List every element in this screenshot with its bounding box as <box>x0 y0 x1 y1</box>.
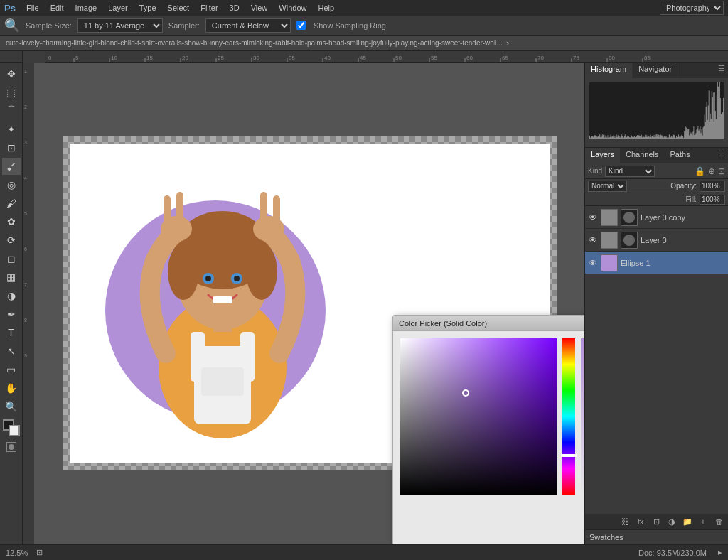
tool-magic-wand[interactable]: ✦ <box>2 121 21 138</box>
gradient-dark-overlay <box>400 338 557 495</box>
tool-hand[interactable]: ✋ <box>2 379 21 397</box>
layer-visibility-layer0[interactable]: 👁 <box>588 235 598 245</box>
new-layer-button[interactable]: + <box>697 515 710 528</box>
blend-mode-select[interactable]: Normal <box>588 181 627 192</box>
color-gradient-picker[interactable] <box>400 338 557 495</box>
tool-lasso[interactable]: ⌒ <box>2 102 21 119</box>
sample-size-label: Sample Size: <box>26 21 72 30</box>
layers-panel-tabs: Layers Channels Paths ☰ <box>585 148 728 163</box>
svg-point-54 <box>168 243 199 300</box>
layer-style-button[interactable]: fx <box>634 515 647 528</box>
layer-item-layer0copy[interactable]: 👁 Layer 0 copy <box>585 206 728 229</box>
show-sampling-ring-checkbox[interactable] <box>296 21 306 30</box>
histogram-panel-menu[interactable]: ☰ <box>715 63 728 78</box>
fill-input[interactable] <box>700 195 725 205</box>
tab-histogram[interactable]: Histogram <box>585 63 633 78</box>
tool-move[interactable]: ✥ <box>2 65 21 82</box>
tool-marquee[interactable]: ⬚ <box>2 84 21 101</box>
menu-window[interactable]: Window <box>274 2 311 14</box>
tool-spot-heal[interactable]: ◎ <box>2 176 21 193</box>
svg-text:25: 25 <box>218 55 224 61</box>
opacity-label: Opacity: <box>670 182 697 190</box>
layer-visibility-layer0copy[interactable]: 👁 <box>588 212 598 222</box>
background-color[interactable] <box>9 425 20 436</box>
workspace-selector[interactable]: Photography <box>660 1 724 15</box>
tool-dodge[interactable]: ◑ <box>2 287 21 304</box>
filename-text: cute-lovely-charming-little-girl-blond-c… <box>6 39 503 47</box>
menu-3d[interactable]: 3D <box>225 2 245 14</box>
layer-thumb-layer0-mask <box>601 232 618 249</box>
girl-illustration <box>84 147 361 470</box>
svg-text:2: 2 <box>24 104 27 109</box>
menu-select[interactable]: Select <box>163 2 195 14</box>
status-bar: 12.5% ⊡ Doc: 93.5M/230.0M ▸ <box>0 544 728 560</box>
layer-thumb-layer0 <box>621 232 638 249</box>
layer-item-layer0[interactable]: 👁 Layer 0 <box>585 229 728 252</box>
fill-label: Fill: <box>685 195 697 203</box>
layer-visibility-ellipse1[interactable]: 👁 <box>588 258 598 268</box>
link-layers-button[interactable]: ⛓ <box>619 515 631 528</box>
svg-text:35: 35 <box>289 55 295 61</box>
svg-text:60: 60 <box>466 55 473 61</box>
swatches-panel: Swatches <box>585 529 728 544</box>
svg-text:55: 55 <box>431 55 437 61</box>
quick-mask[interactable] <box>6 442 16 452</box>
tool-zoom[interactable]: 🔍 <box>2 398 21 415</box>
tool-gradient[interactable]: ▦ <box>2 269 21 286</box>
layer-thumb-ellipse1 <box>601 254 618 271</box>
menu-file[interactable]: File <box>21 2 44 14</box>
svg-point-59 <box>234 276 240 281</box>
histogram-section: Histogram Navigator ☰ <box>585 63 728 148</box>
tab-paths[interactable]: Paths <box>665 148 696 163</box>
svg-rect-66 <box>273 195 280 230</box>
layer-kind-select[interactable]: Kind <box>605 166 655 177</box>
svg-text:5: 5 <box>24 211 27 216</box>
menu-type[interactable]: Type <box>134 2 161 14</box>
menu-image[interactable]: Image <box>70 2 102 14</box>
svg-rect-63 <box>164 195 171 230</box>
layers-panel-bottom-bar: ⛓ fx ⊡ ◑ 📁 + 🗑 <box>585 514 728 529</box>
sample-size-select[interactable]: 11 by 11 Average <box>77 18 163 33</box>
alpha-slider[interactable] <box>581 338 584 495</box>
svg-text:7: 7 <box>24 282 27 287</box>
svg-text:65: 65 <box>502 55 508 61</box>
tool-eraser[interactable]: ◻ <box>2 250 21 267</box>
menu-view[interactable]: View <box>246 2 273 14</box>
hue-slider[interactable] <box>562 338 575 495</box>
tool-type[interactable]: T <box>2 324 21 341</box>
tab-channels[interactable]: Channels <box>620 148 664 163</box>
tab-navigator[interactable]: Navigator <box>633 63 678 78</box>
sampler-select[interactable]: Current & Below <box>205 18 291 33</box>
new-adjustment-layer-button[interactable]: ◑ <box>665 515 678 528</box>
tool-brush[interactable]: 🖌 <box>2 195 21 212</box>
menu-help[interactable]: Help <box>313 2 339 14</box>
ruler-vertical: 1 2 3 4 5 6 7 8 9 <box>23 63 34 544</box>
tool-history-brush[interactable]: ⟳ <box>2 232 21 249</box>
tool-path-select[interactable]: ↖ <box>2 343 21 360</box>
color-picker-title-bar[interactable]: Color Picker (Solid Color) ✕ <box>393 316 584 331</box>
layer-item-ellipse1[interactable]: 👁 Ellipse 1 <box>585 252 728 274</box>
layer-name-ellipse1: Ellipse 1 <box>621 259 651 267</box>
tool-crop[interactable]: ⊡ <box>2 139 21 156</box>
tool-pen[interactable]: ✒ <box>2 306 21 323</box>
svg-rect-64 <box>176 192 183 229</box>
tool-shape[interactable]: ▭ <box>2 361 21 378</box>
svg-text:3: 3 <box>24 140 27 145</box>
new-group-button[interactable]: 📁 <box>681 515 694 528</box>
layers-panel-menu[interactable]: ☰ <box>715 148 728 163</box>
tool-eyedropper[interactable] <box>2 158 21 175</box>
layer-thumb-layer0copy <box>601 209 618 226</box>
svg-point-55 <box>246 243 277 300</box>
sampler-label: Sampler: <box>168 21 200 30</box>
menu-filter[interactable]: Filter <box>196 2 223 14</box>
histogram-panel-tabs: Histogram Navigator ☰ <box>585 63 728 78</box>
layers-options-bar: Kind Kind 🔒 ⊕ ⊡ <box>585 163 728 179</box>
tab-layers[interactable]: Layers <box>585 148 620 163</box>
opacity-input[interactable] <box>700 181 725 192</box>
tool-clone-stamp[interactable]: ✿ <box>2 213 21 230</box>
layer-list: 👁 Layer 0 copy 👁 Layer 0 <box>585 206 728 514</box>
layer-mask-button[interactable]: ⊡ <box>650 515 663 528</box>
menu-edit[interactable]: Edit <box>46 2 69 14</box>
menu-layer[interactable]: Layer <box>103 2 133 14</box>
delete-layer-button[interactable]: 🗑 <box>712 515 725 528</box>
